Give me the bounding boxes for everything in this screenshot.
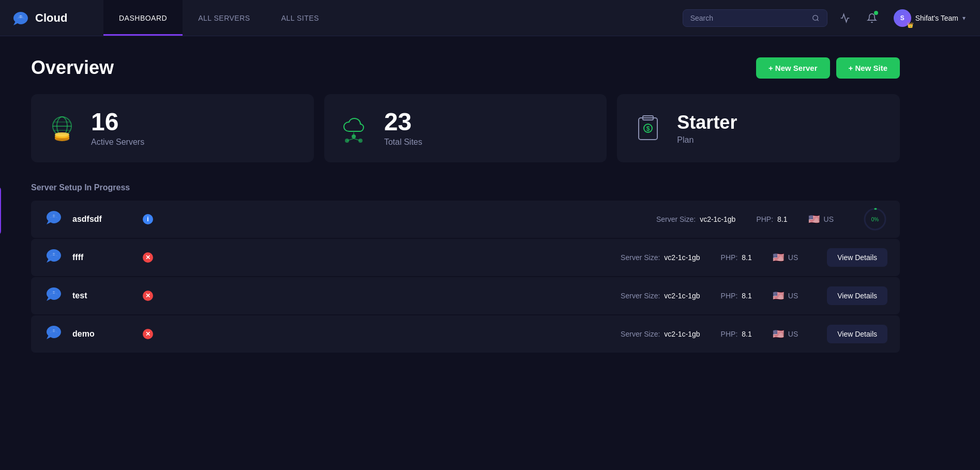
size-value: vc2-1c-1gb [664,253,700,262]
search-input[interactable] [690,14,807,22]
size-label: Server Size: [621,330,660,338]
user-name: Shifat's Team [915,14,958,22]
server-name: demo [72,329,134,339]
plan-label: Plan [677,135,737,145]
servers-icon [46,112,79,145]
server-action: View Details [827,248,887,267]
notification-icon-btn[interactable] [863,9,881,27]
server-action: View Details [827,286,887,305]
server-logo-icon [43,285,64,306]
server-logo-icon [43,247,64,268]
server-name: ffff [72,253,134,262]
php-value: 8.1 [742,292,751,300]
php-label: PHP: [756,215,773,223]
php-meta: PHP: 8.1 [721,292,752,300]
php-meta: PHP: 8.1 [756,215,787,223]
nav-links: DASHBOARD ALL SERVERS ALL SITES [103,0,683,36]
plan-name: Starter [677,112,737,133]
country-flag: 🇺🇸 [773,252,784,263]
notification-dot [874,11,878,15]
new-server-button[interactable]: + New Server [756,57,830,79]
server-logo-icon [43,209,64,230]
search-icon [812,14,819,22]
svg-point-0 [813,15,818,20]
progress-percent: 0% [871,217,879,222]
server-name: asdfsdf [72,215,134,224]
country-flag: 🇺🇸 [773,328,784,340]
country-code: US [788,292,798,300]
nav-right: S 👑 Shifat's Team ▾ [683,7,970,29]
server-size-meta: Server Size: vc2-1c-1gb [621,292,700,300]
svg-text:$: $ [646,125,650,132]
php-meta: PHP: 8.1 [721,253,752,262]
server-meta: Server Size: vc2-1c-1gb PHP: 8.1 🇺🇸 US [621,252,798,263]
server-action: 0% [863,207,887,232]
size-label: Server Size: [656,215,696,223]
country-meta: 🇺🇸 US [773,252,798,263]
user-area[interactable]: S 👑 Shifat's Team ▾ [889,7,970,29]
active-servers-label: Active Servers [91,138,144,147]
country-flag: 🇺🇸 [808,214,820,225]
size-value: vc2-1c-1gb [664,330,700,338]
header-buttons: + New Server + New Site [756,57,900,79]
country-meta: 🇺🇸 US [773,290,798,301]
feedback-tab[interactable]: + Feedback [0,186,1,235]
size-value: vc2-1c-1gb [664,292,700,300]
sites-icon [339,112,372,145]
php-label: PHP: [721,253,738,262]
nav-dashboard[interactable]: DASHBOARD [103,0,183,36]
progress-ring: 0% [863,207,887,232]
server-list: asdfsdf i Server Size: vc2-1c-1gb PHP: 8… [31,201,900,353]
server-meta: Server Size: vc2-1c-1gb PHP: 8.1 🇺🇸 US [656,214,834,225]
status-error-icon[interactable]: ✕ [143,291,153,301]
chevron-down-icon: ▾ [962,14,966,22]
php-value: 8.1 [742,330,751,338]
stats-row: 16 Active Servers 23 [31,94,900,162]
server-meta: Server Size: vc2-1c-1gb PHP: 8.1 🇺🇸 US [621,328,798,340]
search-box [683,9,827,27]
nav-all-servers[interactable]: ALL SERVERS [183,0,265,36]
total-sites-label: Total Sites [384,138,423,147]
new-site-button[interactable]: + New Site [836,57,900,79]
server-meta: Server Size: vc2-1c-1gb PHP: 8.1 🇺🇸 US [621,290,798,301]
svg-point-9 [55,132,69,137]
table-row: asdfsdf i Server Size: vc2-1c-1gb PHP: 8… [31,201,900,238]
status-error-icon[interactable]: ✕ [143,252,153,263]
country-code: US [824,215,834,223]
stat-card-plan: $ Starter Plan [617,94,900,162]
size-label: Server Size: [621,292,660,300]
table-row: test ✕ Server Size: vc2-1c-1gb PHP: 8.1 … [31,277,900,314]
country-meta: 🇺🇸 US [808,214,834,225]
page-title: Overview [31,57,114,79]
country-flag: 🇺🇸 [773,290,784,301]
total-sites-info: 23 Total Sites [384,110,423,147]
php-value: 8.1 [777,215,787,223]
status-info-icon[interactable]: i [143,214,153,224]
active-servers-info: 16 Active Servers [91,110,144,147]
php-value: 8.1 [742,253,751,262]
active-servers-count: 16 [91,110,144,134]
server-logo-icon [43,324,64,344]
avatar: S 👑 [894,9,911,27]
main-content: Overview + New Server + New Site [0,36,931,373]
activity-icon-btn[interactable] [836,9,854,27]
view-details-button[interactable]: View Details [827,325,887,343]
php-label: PHP: [721,292,738,300]
country-meta: 🇺🇸 US [773,328,798,340]
php-label: PHP: [721,330,738,338]
php-meta: PHP: 8.1 [721,330,752,338]
country-code: US [788,253,798,262]
plan-info: Starter Plan [677,112,737,145]
table-row: ffff ✕ Server Size: vc2-1c-1gb PHP: 8.1 … [31,239,900,276]
nav-all-sites[interactable]: ALL SITES [266,0,335,36]
total-sites-count: 23 [384,110,423,134]
view-details-button[interactable]: View Details [827,286,887,305]
view-details-button[interactable]: View Details [827,248,887,267]
size-value: vc2-1c-1gb [700,215,735,223]
stat-card-servers: 16 Active Servers [31,94,314,162]
user-crown-badge: 👑 [907,22,913,28]
country-code: US [788,330,798,338]
status-error-icon[interactable]: ✕ [143,329,153,339]
size-label: Server Size: [621,253,660,262]
overview-header: Overview + New Server + New Site [31,57,900,79]
